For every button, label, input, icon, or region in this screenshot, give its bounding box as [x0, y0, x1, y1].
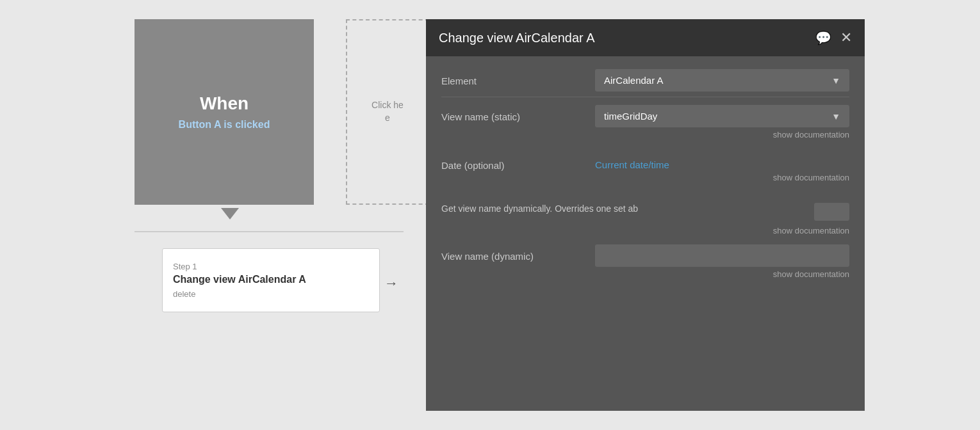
- view-name-dynamic-show-doc[interactable]: show documentation: [595, 269, 849, 279]
- dynamic-description-row: Get view name dynamically. Overrides one…: [441, 196, 849, 221]
- when-subtitle: Button A is clicked: [179, 119, 270, 131]
- element-label: Element: [441, 69, 595, 86]
- view-name-dynamic-input[interactable]: [595, 244, 849, 267]
- change-view-panel: Change view AirCalendar A 💬 ✕ Element Ai…: [426, 19, 865, 411]
- when-block: When Button A is clicked: [135, 19, 314, 205]
- date-optional-row: Date (optional) Current date/time show d…: [441, 154, 849, 191]
- view-name-static-control: timeGridDay ▼ show documentation: [595, 105, 849, 148]
- step-block[interactable]: Step 1 Change view AirCalendar A delete: [162, 248, 380, 312]
- arrow-down-icon: [221, 208, 239, 219]
- view-name-static-value: timeGridDay: [604, 111, 657, 122]
- date-optional-link[interactable]: Current date/time: [595, 154, 849, 170]
- date-optional-control: Current date/time show documentation: [595, 154, 849, 191]
- when-title: When: [200, 93, 249, 114]
- element-control: AirCalendar A ▼: [595, 69, 849, 92]
- comment-icon[interactable]: 💬: [815, 30, 831, 45]
- close-icon[interactable]: ✕: [840, 29, 852, 46]
- step-name: Change view AirCalendar A: [173, 274, 306, 285]
- panel-header-icons: 💬 ✕: [815, 29, 852, 46]
- connector-line: [135, 231, 404, 232]
- panel-header: Change view AirCalendar A 💬 ✕: [426, 19, 865, 56]
- element-row: Element AirCalendar A ▼: [441, 69, 849, 92]
- date-optional-label: Date (optional): [441, 154, 595, 171]
- view-name-static-show-doc[interactable]: show documentation: [595, 130, 849, 139]
- step-arrow-icon: →: [384, 275, 398, 292]
- element-value: AirCalendar A: [604, 75, 664, 86]
- step-label: Step 1: [173, 262, 197, 271]
- dashed-box-text: Click hee: [372, 99, 404, 124]
- date-optional-show-doc[interactable]: show documentation: [595, 173, 849, 182]
- dashed-placeholder-box[interactable]: Click hee: [346, 19, 429, 205]
- view-name-static-row: View name (static) timeGridDay ▼ show do…: [441, 105, 849, 148]
- view-name-dynamic-control: show documentation: [595, 244, 849, 288]
- view-name-static-dropdown[interactable]: timeGridDay ▼: [595, 105, 849, 127]
- element-dropdown[interactable]: AirCalendar A ▼: [595, 69, 849, 92]
- divider-1: [441, 97, 849, 97]
- element-dropdown-arrow: ▼: [831, 76, 840, 86]
- dynamic-description-show-doc[interactable]: show documentation: [441, 226, 849, 235]
- view-name-static-dropdown-arrow: ▼: [831, 111, 840, 122]
- view-name-dynamic-row: View name (dynamic) show documentation: [441, 244, 849, 288]
- view-name-dynamic-label: View name (dynamic): [441, 244, 595, 262]
- dynamic-description-text: Get view name dynamically. Overrides one…: [441, 196, 814, 216]
- view-name-static-label: View name (static): [441, 105, 595, 122]
- panel-body: Element AirCalendar A ▼ View name (stati…: [426, 56, 865, 411]
- panel-title: Change view AirCalendar A: [439, 31, 594, 45]
- step-delete-button[interactable]: delete: [173, 289, 195, 299]
